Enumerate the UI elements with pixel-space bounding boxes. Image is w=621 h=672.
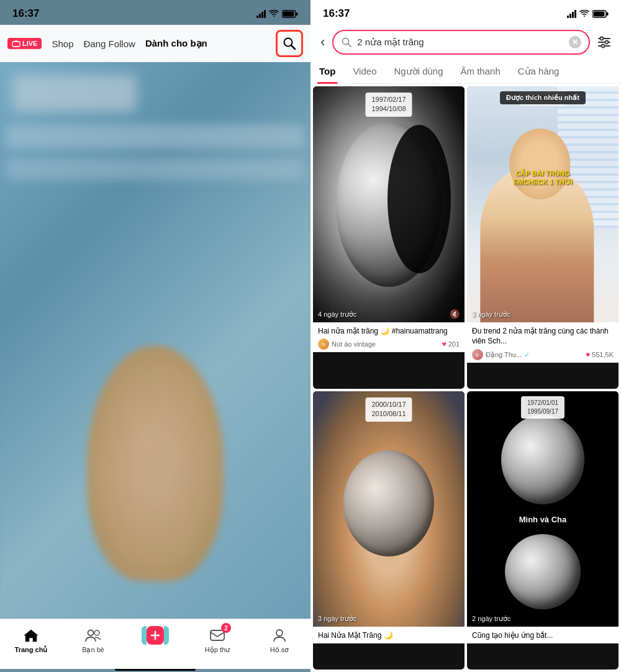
search-icon-right: [341, 37, 352, 48]
left-content: [0, 62, 310, 619]
results-grid: 1997/02/17 1994/10/08 4 ngày trước 🔇 Hai…: [310, 84, 621, 672]
left-panel: 16:37: [0, 0, 310, 672]
search-input-container[interactable]: 2 nửa mặt trăng ✕: [332, 30, 590, 55]
tab-video[interactable]: Video: [344, 60, 385, 83]
nav-tab-inbox[interactable]: 2 Hộp thư: [186, 624, 248, 656]
nav-shop[interactable]: Shop: [52, 39, 73, 49]
verified-icon-2: ✓: [524, 351, 530, 359]
author-name-1: Nút áo vintage: [332, 340, 376, 348]
search-icon: [283, 37, 296, 50]
nav-following[interactable]: Đang Follow: [84, 39, 135, 49]
card-title-4: Cũng tạo hiệu ứng bắt...: [472, 630, 614, 641]
card-title-3: Hai Nửa Mặt Trăng 🌙: [318, 630, 460, 641]
battery-icon: [282, 10, 298, 18]
card-footer-1: Hai nửa mặt trăng 🌙 #hainuamattrang N Nú…: [313, 322, 465, 353]
timestamp-3: 3 ngày trước: [318, 615, 356, 623]
card-meta-1: N Nút áo vintage ♥ 201: [318, 338, 460, 350]
liked-badge-2: Được thích nhiều nhất: [467, 91, 619, 104]
svg-point-23: [601, 37, 604, 40]
home-label: Trang chủ: [15, 646, 48, 654]
right-status-bar: 16:37: [310, 0, 621, 25]
search-input[interactable]: 2 nửa mặt trăng: [357, 37, 564, 48]
svg-point-25: [602, 45, 605, 48]
moon-shape-1: [336, 122, 442, 287]
minh-cha-label: Mình và Cha: [519, 515, 567, 524]
video-card-4[interactable]: Mình và Cha 1972/01/01 1995/09/17 2 ngày…: [467, 391, 619, 670]
filter-button[interactable]: [595, 34, 614, 51]
date-label-3: 2000/10/17 2010/08/11: [365, 397, 412, 422]
right-panel: 16:37 ‹: [310, 0, 621, 672]
volume-icon-1: 🔇: [450, 309, 460, 319]
nav-tab-add[interactable]: [124, 624, 186, 656]
card-likes-1: ♥ 201: [442, 340, 460, 348]
timestamp-1: 4 ngày trước: [318, 311, 356, 319]
svg-line-8: [291, 45, 295, 49]
right-battery-icon: [592, 10, 609, 18]
inbox-icon: 2: [209, 627, 226, 644]
right-signal-icon: [567, 9, 576, 18]
bottom-nav: Trang chủ Bạn bè: [0, 619, 310, 669]
card-author-2: Đ Đặng Thu... ✓: [472, 349, 530, 360]
nav-tab-friends[interactable]: Bạn bè: [62, 624, 124, 656]
nav-for-you[interactable]: Dành cho bạn: [145, 38, 207, 49]
card-meta-2: Đ Đặng Thu... ✓ ♥ 551,5K: [472, 349, 614, 360]
author-avatar-2: Đ: [472, 349, 483, 360]
video-card-2[interactable]: 2000/12/28 Được thích nhiều nhất CẶP BÀI…: [467, 86, 619, 389]
clear-search-button[interactable]: ✕: [569, 36, 581, 48]
home-indicator: [0, 669, 310, 672]
right-wifi-icon: [579, 10, 589, 17]
tv-icon: [12, 40, 20, 47]
tab-users[interactable]: Người dùng: [385, 60, 451, 83]
back-button[interactable]: ‹: [318, 32, 327, 53]
card-footer-3: Hai Nửa Mặt Trăng 🌙: [313, 627, 465, 643]
video-card-1[interactable]: 1997/02/17 1994/10/08 4 ngày trước 🔇 Hai…: [313, 86, 465, 389]
card-author-1: N Nút áo vintage: [318, 338, 376, 350]
left-time: 16:37: [12, 7, 39, 20]
date-label-4: 1972/01/01 1995/09/17: [521, 396, 564, 419]
card-title-2: Đu trend 2 nửa mặt trăng cùng các thành …: [472, 326, 614, 347]
nav-tab-home[interactable]: Trang chủ: [0, 624, 62, 656]
profile-label: Hồ sơ: [270, 646, 289, 654]
card-footer-4: Cũng tạo hiệu ứng bắt...: [467, 627, 619, 643]
right-time: 16:37: [323, 7, 350, 20]
svg-point-10: [94, 630, 99, 635]
person-room-thumb: 2000/12/28 Được thích nhiều nhất CẶP BÀI…: [467, 86, 619, 322]
left-status-icons: [256, 9, 298, 18]
live-badge[interactable]: LIVE: [7, 38, 42, 49]
svg-line-19: [348, 44, 351, 47]
moon-thumb-1: 1997/02/17 1994/10/08: [313, 86, 465, 322]
date-label-1: 1997/02/17 1994/10/08: [365, 93, 412, 117]
video-card-3[interactable]: 2000/10/17 2010/08/11 3 ngày trước Hai N…: [313, 391, 465, 670]
friends-label: Bạn bè: [82, 646, 104, 654]
card-footer-2: Đu trend 2 nửa mặt trăng cùng các thành …: [467, 322, 619, 363]
card-title-1: Hai nửa mặt trăng 🌙 #hainuamattrang: [318, 326, 460, 337]
tab-top[interactable]: Top: [310, 60, 344, 83]
svg-rect-16: [607, 12, 609, 16]
author-name-2: Đặng Thu...: [486, 351, 522, 359]
home-icon: [22, 627, 40, 644]
tab-store[interactable]: Cửa hàng: [509, 60, 568, 83]
moon-shadow-1: [388, 125, 451, 273]
right-status-icons: [567, 9, 609, 18]
blur-overlay-top: [12, 75, 137, 112]
video-thumb-3: 2000/10/17 2010/08/11 3 ngày trước: [313, 391, 465, 627]
inbox-badge: 2: [221, 623, 231, 633]
timestamp-2: 3 ngày trước: [472, 311, 510, 319]
search-bar: ‹ 2 nửa mặt trăng ✕: [310, 25, 621, 60]
add-icon: [147, 627, 164, 644]
video-thumb-2: 2000/12/28 Được thích nhiều nhất CẶP BÀI…: [467, 86, 619, 322]
signal-icon: [256, 9, 266, 18]
video-thumb-1: 1997/02/17 1994/10/08 4 ngày trước 🔇: [313, 86, 465, 322]
search-button[interactable]: [276, 30, 303, 57]
card-likes-2: ♥ 551,5K: [586, 350, 614, 359]
heart-icon-1: ♥: [442, 340, 446, 348]
tab-sound[interactable]: Âm thanh: [452, 60, 509, 83]
nav-tab-profile[interactable]: Hồ sơ: [248, 624, 310, 656]
heart-icon-2: ♥: [586, 350, 590, 359]
svg-rect-3: [12, 42, 20, 47]
svg-point-24: [605, 41, 609, 44]
left-status-bar: 16:37: [0, 0, 310, 25]
author-avatar-1: N: [318, 338, 329, 350]
left-nav: LIVE Shop Đang Follow Dành cho bạn: [0, 25, 310, 62]
wifi-icon: [269, 10, 279, 17]
